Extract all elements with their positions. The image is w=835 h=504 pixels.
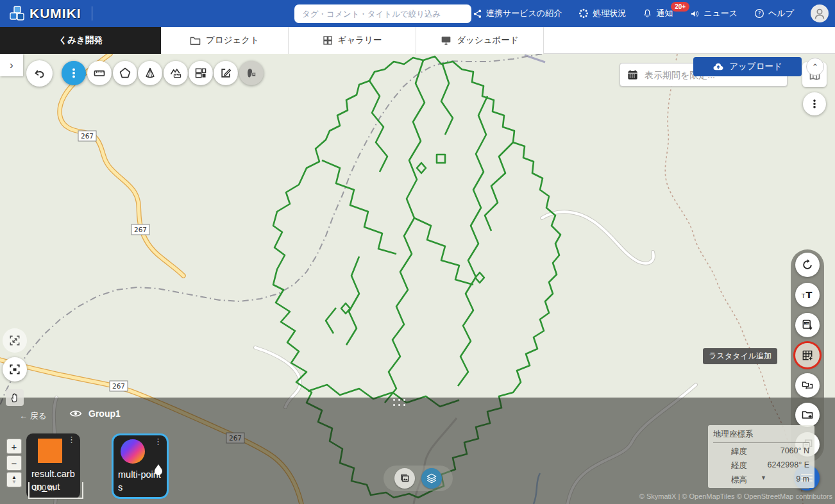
- layout-tool-button[interactable]: [189, 61, 213, 85]
- coordinate-panel: 地理座標系 緯度7060° N 経度6242998° E 標高▼9 m: [708, 425, 814, 488]
- refresh-button[interactable]: [795, 253, 820, 277]
- text-size-icon: TT: [800, 289, 814, 301]
- raster-tile-add-button[interactable]: [795, 343, 820, 367]
- app-logo[interactable]: KUMIKI: [9, 6, 92, 21]
- monitor-icon: [441, 36, 451, 46]
- longitude-value: 6242998° E: [759, 460, 809, 471]
- elevation-label[interactable]: 標高: [731, 475, 759, 485]
- tab-dashboard[interactable]: ダッシュボード: [416, 27, 544, 54]
- menu-item-help[interactable]: ? ヘルプ: [754, 8, 794, 19]
- layer-menu-button[interactable]: ⋮: [67, 439, 76, 441]
- undo-button[interactable]: [26, 60, 53, 87]
- volume-tool-button[interactable]: [138, 61, 162, 85]
- logo-text: KUMIKI: [30, 6, 81, 21]
- svg-text:T: T: [805, 290, 812, 300]
- gallery-view-button[interactable]: [394, 468, 415, 489]
- notification-badge: 20+: [671, 2, 689, 12]
- menu-item-news[interactable]: ニュース: [689, 8, 738, 19]
- latitude-label: 緯度: [731, 446, 759, 457]
- raster-tile-tooltip: ラスタタイル追加: [703, 348, 777, 364]
- raster-tile-add-icon: [801, 349, 814, 362]
- paint-tool-button-disabled: [239, 61, 264, 85]
- spinner-icon: [578, 8, 589, 19]
- points-tool-button-active[interactable]: [62, 61, 86, 85]
- layers-icon: [426, 473, 437, 484]
- ruler-tool-button[interactable]: [87, 61, 112, 85]
- user-avatar[interactable]: [811, 4, 829, 22]
- profile-icon: [169, 67, 182, 80]
- text-size-button[interactable]: TT: [795, 283, 820, 307]
- view-mode-pill: [384, 466, 453, 491]
- bell-icon: [643, 8, 652, 19]
- svg-text:T: T: [801, 292, 805, 299]
- layout-icon: [194, 67, 207, 80]
- kumiki-cubes-icon: [9, 6, 26, 21]
- coordinate-panel-title: 地理座標系: [713, 429, 809, 443]
- layer-menu-button[interactable]: ⋮: [154, 441, 162, 443]
- scale-bar: 100 m: [28, 482, 83, 499]
- ruler-icon: [93, 67, 106, 80]
- layer-card-multi-points-selected[interactable]: ⋮ multi-points: [112, 433, 169, 499]
- cone-icon: [144, 67, 156, 80]
- longitude-label: 経度: [731, 460, 759, 471]
- pentagon-icon: [119, 67, 131, 80]
- undo-icon: [33, 67, 47, 81]
- edit-tool-button[interactable]: [214, 61, 238, 85]
- hand-icon: [9, 392, 21, 403]
- app-header: KUMIKI 連携サービスの紹介 処理状況 通知 20+ ニュース ? ヘルプ: [0, 0, 835, 27]
- paint-icon: [245, 67, 258, 80]
- zoom-in-button[interactable]: +: [6, 439, 22, 454]
- compass-down-icon: ▼: [12, 480, 17, 484]
- panel-drag-handle[interactable]: [393, 399, 407, 407]
- csv-download-icon: CSV: [801, 319, 814, 332]
- menu-item-processing[interactable]: 処理状況: [578, 8, 626, 19]
- elevation-profile-button[interactable]: [164, 61, 188, 85]
- map-canvas[interactable]: 267 267 267 267 ›: [0, 54, 835, 504]
- csv-download-button[interactable]: CSV: [795, 313, 820, 337]
- svg-text:267: 267: [134, 226, 147, 233]
- logo-separator: [92, 6, 92, 21]
- back-link[interactable]: ← 戻る: [19, 410, 47, 422]
- folder-transfer-icon: [801, 379, 814, 392]
- fit-selection-button[interactable]: [3, 328, 27, 353]
- group-label: Group1: [89, 408, 121, 419]
- polygon-tool-button[interactable]: [113, 61, 137, 85]
- svg-text:?: ?: [758, 11, 761, 17]
- fit-bounds-button[interactable]: [3, 357, 27, 382]
- calendar-icon: [627, 69, 639, 81]
- edit-icon: [219, 67, 232, 80]
- chevron-up-icon: ⌃: [812, 62, 819, 72]
- add-folder-button[interactable]: [795, 403, 820, 427]
- compass-reset-button[interactable]: ▲▼: [6, 472, 22, 487]
- map-menu-button[interactable]: [803, 92, 826, 115]
- tab-kumiki-dev[interactable]: くみき開発: [0, 27, 161, 54]
- collapse-header-button[interactable]: ⌃: [806, 58, 824, 76]
- layers-view-button[interactable]: [421, 468, 442, 489]
- upload-button[interactable]: アップロード: [693, 57, 802, 76]
- help-icon: ?: [754, 8, 764, 19]
- grid-icon: [323, 35, 333, 46]
- photos-icon: [399, 473, 410, 484]
- svg-text:CSV: CSV: [805, 323, 809, 325]
- menu-item-notifications[interactable]: 通知 20+: [643, 8, 673, 19]
- tab-gallery[interactable]: ギャラリー: [289, 27, 416, 54]
- zoom-out-button[interactable]: −: [6, 455, 22, 471]
- search-input[interactable]: [294, 4, 471, 23]
- folder-plus-icon: [801, 408, 814, 421]
- map-attribution: © SkymatiX | © OpenMapTiles © OpenStreet…: [639, 492, 832, 500]
- move-selection-icon: [8, 334, 21, 347]
- menu-item-services[interactable]: 連携サービスの紹介: [473, 8, 562, 19]
- person-icon: [813, 6, 827, 21]
- tab-projects[interactable]: プロジェクト: [161, 27, 289, 54]
- eye-icon[interactable]: [69, 409, 82, 418]
- water-drop-icon[interactable]: [154, 464, 163, 478]
- chevron-down-icon[interactable]: ▼: [761, 475, 766, 485]
- road-shields: 267 267 267 267: [78, 131, 244, 443]
- svg-text:267: 267: [112, 382, 125, 390]
- move-to-folder-button[interactable]: [795, 373, 820, 398]
- folder-icon: [190, 36, 201, 46]
- expand-panel-button[interactable]: ›: [0, 54, 23, 76]
- hand-cursor: [6, 389, 24, 406]
- latitude-value: 7060° N: [759, 446, 809, 457]
- dots-vertical-icon: [809, 99, 820, 109]
